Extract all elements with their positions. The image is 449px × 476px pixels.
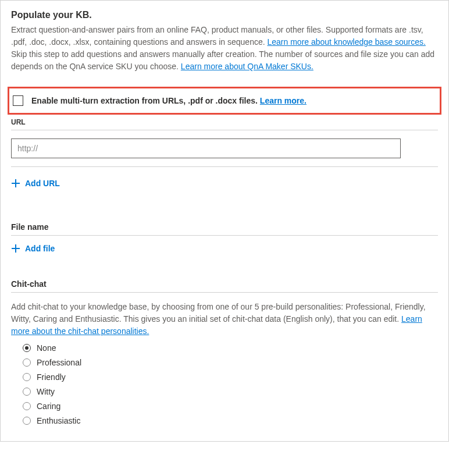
radio-button[interactable] xyxy=(23,388,31,396)
radio-label: Friendly xyxy=(37,372,66,382)
enable-multiturn-label: Enable multi-turn extraction from URLs, … xyxy=(31,96,307,105)
radio-dot-icon xyxy=(25,346,28,350)
radio-button[interactable] xyxy=(23,373,31,381)
enable-multiturn-text: Enable multi-turn extraction from URLs, … xyxy=(31,96,260,105)
radio-label: Witty xyxy=(37,387,55,396)
chitchat-description: Add chit-chat to your knowledge base, by… xyxy=(11,301,438,338)
learn-more-multiturn-link[interactable]: Learn more. xyxy=(260,96,307,105)
file-section-divider xyxy=(11,235,438,236)
populate-kb-panel: Populate your KB. Extract question-and-a… xyxy=(0,0,449,442)
radio-button[interactable] xyxy=(23,402,31,410)
chitchat-radio-item[interactable]: Caring xyxy=(23,402,438,411)
radio-button[interactable] xyxy=(23,344,31,352)
panel-description: Extract question-and-answer pairs from a… xyxy=(11,24,438,73)
add-file-label: Add file xyxy=(25,244,55,253)
learn-more-skus-link[interactable]: Learn more about QnA Maker SKUs. xyxy=(181,62,313,71)
radio-label: Enthusiastic xyxy=(37,416,80,425)
radio-label: None xyxy=(37,343,56,353)
chitchat-radio-item[interactable]: Friendly xyxy=(23,372,438,382)
radio-label: Caring xyxy=(37,402,60,411)
file-section-label: File name xyxy=(11,222,438,232)
url-section-label: URL xyxy=(11,118,438,126)
panel-heading: Populate your KB. xyxy=(11,10,438,20)
plus-icon xyxy=(11,179,20,188)
url-section-divider xyxy=(11,130,438,130)
chitchat-radio-item[interactable]: None xyxy=(23,343,438,353)
chitchat-radio-item[interactable]: Enthusiastic xyxy=(23,416,438,425)
chitchat-desc-text: Add chit-chat to your knowledge base, by… xyxy=(11,302,426,324)
radio-button[interactable] xyxy=(23,417,31,425)
add-url-label: Add URL xyxy=(25,179,60,188)
chitchat-divider xyxy=(11,292,438,293)
chitchat-heading: Chit-chat xyxy=(11,279,438,289)
enable-multiturn-checkbox[interactable] xyxy=(13,95,23,106)
radio-label: Professional xyxy=(37,358,81,367)
radio-button[interactable] xyxy=(23,358,31,367)
url-input[interactable] xyxy=(11,138,401,158)
multiturn-highlight-box: Enable multi-turn extraction from URLs, … xyxy=(8,87,441,115)
add-url-button[interactable]: Add URL xyxy=(11,179,60,188)
chitchat-radio-item[interactable]: Professional xyxy=(23,358,438,367)
add-file-button[interactable]: Add file xyxy=(11,244,55,253)
url-row-divider xyxy=(11,166,438,167)
learn-more-sources-link[interactable]: Learn more about knowledge base sources. xyxy=(267,37,425,47)
chitchat-section: Chit-chat Add chit-chat to your knowledg… xyxy=(11,279,438,425)
plus-icon xyxy=(11,244,20,253)
chitchat-radio-item[interactable]: Witty xyxy=(23,387,438,396)
chitchat-radio-list: NoneProfessionalFriendlyWittyCaringEnthu… xyxy=(11,343,438,425)
